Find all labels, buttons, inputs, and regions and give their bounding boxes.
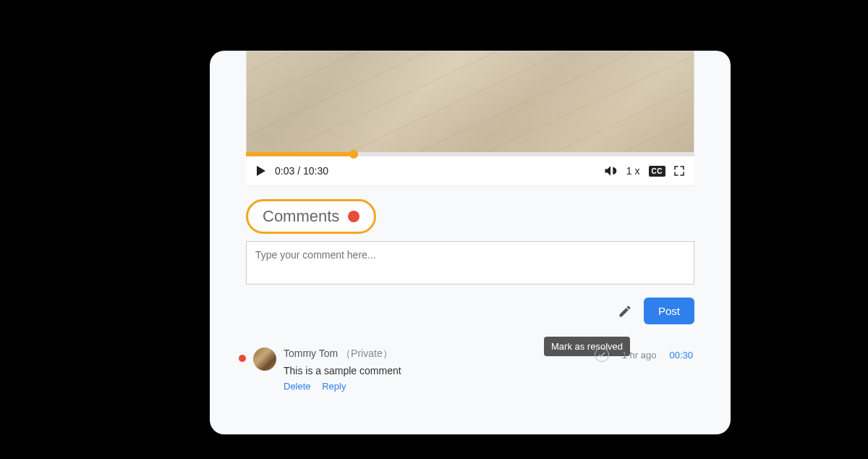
video-time-display: 0:03 / 10:30	[275, 165, 328, 177]
comment-unread-dot-icon	[239, 355, 246, 362]
video-comments-panel: 0:03 / 10:30 1 x CC Comments Post Mark a…	[210, 51, 731, 434]
comment-text: This is a sample comment	[284, 365, 702, 376]
comment-item: Tommy Tom （Private） This is a sample com…	[239, 348, 702, 392]
comments-tab[interactable]: Comments	[246, 199, 376, 234]
comment-time-ago: 1 hr ago	[622, 350, 657, 361]
check-icon	[597, 350, 606, 359]
post-button[interactable]: Post	[644, 298, 694, 324]
video-progress-knob[interactable]	[349, 150, 358, 159]
comment-timestamp-link[interactable]: 00:30	[669, 350, 693, 361]
captions-button[interactable]: CC	[649, 166, 665, 177]
video-progress-track[interactable]	[246, 152, 694, 156]
playback-speed[interactable]: 1 x	[626, 165, 640, 177]
comment-input-wrap	[210, 241, 731, 287]
delete-link[interactable]: Delete	[284, 381, 311, 392]
draw-icon[interactable]	[618, 304, 632, 319]
unread-indicator-icon	[348, 211, 359, 222]
comment-actions-row: Post	[246, 298, 694, 324]
comment-author: Tommy Tom	[284, 348, 338, 359]
fullscreen-icon[interactable]	[673, 164, 686, 177]
comments-header: Comments	[246, 199, 694, 234]
comment-actions: Delete Reply	[284, 381, 702, 392]
video-player: 0:03 / 10:30 1 x CC	[246, 51, 694, 186]
resolve-button[interactable]	[595, 348, 609, 362]
comments-title: Comments	[263, 207, 339, 226]
reply-link[interactable]: Reply	[322, 381, 346, 392]
video-controls: 0:03 / 10:30 1 x CC	[246, 156, 694, 186]
play-icon[interactable]	[255, 164, 268, 177]
volume-icon[interactable]	[603, 164, 618, 178]
comment-input[interactable]	[246, 241, 694, 285]
comment-privacy: （Private）	[341, 348, 393, 359]
video-progress-fill	[246, 152, 354, 156]
avatar	[253, 348, 276, 371]
comment-meta: 1 hr ago 00:30	[595, 348, 693, 362]
video-thumbnail[interactable]	[246, 51, 694, 152]
